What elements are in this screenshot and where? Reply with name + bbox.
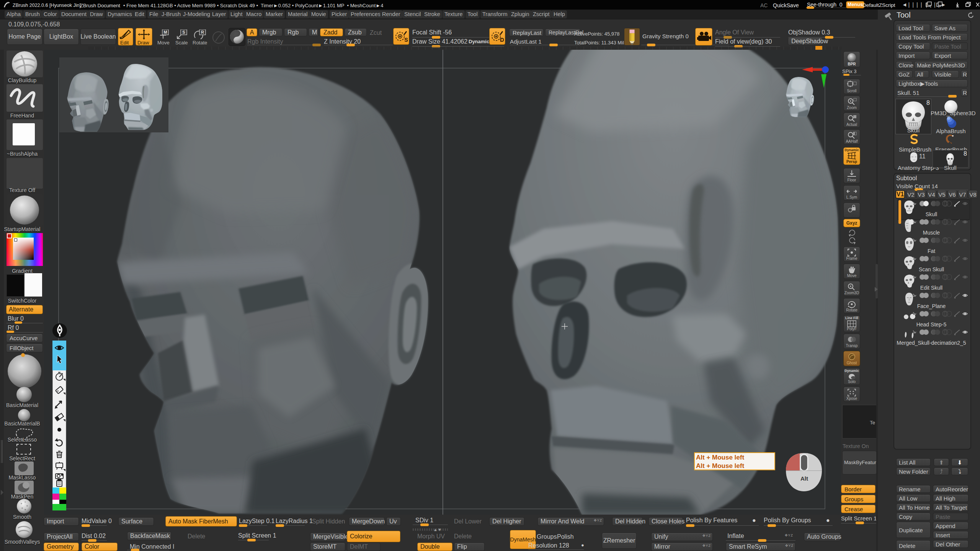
svg-text:R: R: [201, 30, 204, 34]
svg-text:M: M: [163, 30, 167, 34]
svg-text:S: S: [182, 30, 185, 34]
svg-text:S: S: [404, 36, 408, 43]
svg-text:D: D: [500, 36, 504, 43]
svg-text:Alt: Alt: [800, 475, 808, 482]
